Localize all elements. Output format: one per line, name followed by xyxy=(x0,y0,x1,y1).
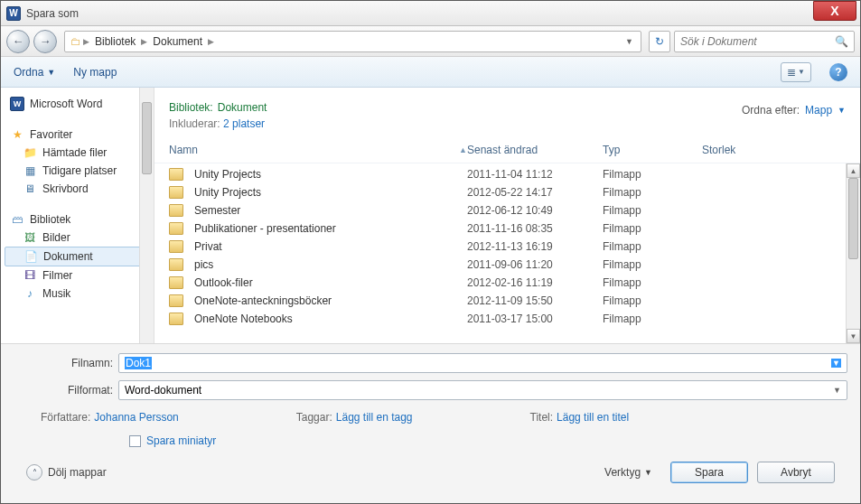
chevron-down-icon: ▼ xyxy=(644,468,652,477)
file-date: 2012-11-09 15:50 xyxy=(467,294,603,307)
file-rows: Unity Projects2011-11-04 11:12FilmappUni… xyxy=(154,163,860,330)
scroll-down-button[interactable]: ▼ xyxy=(847,329,860,343)
file-type: Filmapp xyxy=(603,222,702,235)
breadcrumb-dropdown[interactable]: ▼ xyxy=(622,37,637,46)
tree-favorites[interactable]: ★ Favoriter xyxy=(1,126,154,144)
file-name: OneNote Notebooks xyxy=(194,313,293,325)
music-icon: ♪ xyxy=(23,286,37,301)
cancel-button[interactable]: Avbryt xyxy=(757,462,835,483)
format-label: Filformat: xyxy=(14,384,113,397)
videos-icon: 🎞 xyxy=(23,268,37,283)
filename-label: Filnamn: xyxy=(14,357,113,369)
folder-icon xyxy=(169,204,183,217)
folder-icon xyxy=(169,186,183,199)
file-row[interactable]: Privat2012-11-13 16:19Filmapp xyxy=(169,238,846,256)
tree-pictures[interactable]: 🖼Bilder xyxy=(1,229,154,247)
save-button[interactable]: Spara xyxy=(670,462,748,483)
folder-icon: 📁 xyxy=(23,145,37,160)
close-button[interactable]: X xyxy=(813,1,856,21)
chevron-right-icon: ▶ xyxy=(83,37,89,46)
tree-videos[interactable]: 🎞Filmer xyxy=(1,266,154,285)
file-date: 2011-09-06 11:20 xyxy=(467,258,603,271)
file-row[interactable]: Unity Projects2011-11-04 11:12Filmapp xyxy=(169,165,846,183)
file-row[interactable]: OneNote Notebooks2011-03-17 15:00Filmapp xyxy=(169,310,846,328)
chevron-down-icon: ▼ xyxy=(798,68,805,76)
tree-music[interactable]: ♪Musik xyxy=(1,285,154,303)
file-list-pane: Bibliotek: Dokument Inkluderar: 2 platse… xyxy=(154,88,860,343)
tree-downloads[interactable]: 📁Hämtade filer xyxy=(1,144,154,162)
file-row[interactable]: Semester2012-06-12 10:49Filmapp xyxy=(169,201,846,219)
sidebar-scrollbar[interactable] xyxy=(139,88,154,343)
file-name: Semester xyxy=(194,204,240,217)
col-name[interactable]: Namn ▲ xyxy=(169,141,467,159)
file-row[interactable]: Unity Projects2012-05-22 14:17Filmapp xyxy=(169,183,846,201)
scroll-thumb[interactable] xyxy=(142,102,152,174)
col-date[interactable]: Senast ändrad xyxy=(467,141,603,159)
file-type: Filmapp xyxy=(603,204,702,217)
help-button[interactable]: ? xyxy=(829,63,847,81)
file-name: Publikationer - presentationer xyxy=(194,222,336,235)
chevron-down-icon[interactable]: ▼ xyxy=(833,386,841,395)
filename-input[interactable]: Dok1 ▼ xyxy=(118,353,847,373)
window-title: Spara som xyxy=(26,7,813,20)
author-value[interactable]: Johanna Persson xyxy=(94,411,178,424)
tree-libraries[interactable]: 🗃 Bibliotek xyxy=(1,210,154,229)
metadata-row: Författare:Johanna Persson Taggar:Lägg t… xyxy=(14,407,847,427)
dialog-body: W Microsoft Word ★ Favoriter 📁Hämtade fi… xyxy=(1,88,860,343)
tags-value[interactable]: Lägg till en tagg xyxy=(336,411,413,424)
new-folder-button[interactable]: Ny mapp xyxy=(73,66,117,79)
includes-link[interactable]: 2 platser xyxy=(223,117,265,130)
hide-folders-button[interactable]: ˄ Dölj mappar xyxy=(26,464,107,481)
folder-icon xyxy=(169,276,183,289)
file-scrollbar[interactable]: ▲ ▼ xyxy=(846,163,860,343)
file-type: Filmapp xyxy=(603,240,702,253)
word-app-icon: W xyxy=(6,6,21,21)
tree-word[interactable]: W Microsoft Word xyxy=(1,95,154,113)
crumb-bibliotek[interactable]: Bibliotek xyxy=(89,35,141,48)
back-button[interactable]: ← xyxy=(6,30,30,53)
save-thumbnail-label: Spara miniatyr xyxy=(146,434,216,447)
view-icon: ≣ xyxy=(787,66,796,79)
save-thumbnail-checkbox[interactable] xyxy=(129,435,141,447)
tree-recent[interactable]: ▦Tidigare platser xyxy=(1,162,154,180)
dialog-footer: ˄ Dölj mappar Verktyg ▼ Spara Avbryt xyxy=(14,454,847,494)
sort-by[interactable]: Ordna efter: Mapp ▼ xyxy=(742,97,846,117)
tools-menu[interactable]: Verktyg ▼ xyxy=(604,466,652,479)
view-mode-button[interactable]: ≣ ▼ xyxy=(781,62,811,82)
save-as-dialog: W Spara som X ← → 🗀 ▶ Bibliotek ▶ Dokume… xyxy=(0,0,861,504)
file-date: 2012-05-22 14:17 xyxy=(467,186,603,199)
col-size[interactable]: Storlek xyxy=(702,141,774,159)
author-label: Författare: xyxy=(41,411,90,424)
refresh-button[interactable]: ↻ xyxy=(649,31,670,52)
library-icon: 🗃 xyxy=(10,212,24,227)
file-date: 2011-11-16 08:35 xyxy=(467,222,603,235)
folder-icon xyxy=(169,258,183,271)
search-input[interactable] xyxy=(680,35,835,48)
title-bar: W Spara som X xyxy=(1,1,860,26)
file-row[interactable]: pics2011-09-06 11:20Filmapp xyxy=(169,256,846,274)
library-includes: Inkluderar: 2 platser xyxy=(169,117,742,130)
col-type[interactable]: Typ xyxy=(603,141,702,159)
breadcrumb[interactable]: 🗀 ▶ Bibliotek ▶ Dokument ▶ ▼ xyxy=(64,31,641,52)
chevron-down-icon: ▼ xyxy=(47,68,55,77)
file-name: OneNote-anteckningsböcker xyxy=(194,294,332,307)
tree-desktop[interactable]: 🖥Skrivbord xyxy=(1,180,154,198)
folder-icon xyxy=(169,294,183,307)
crumb-dokument[interactable]: Dokument xyxy=(147,35,208,48)
file-row[interactable]: Outlook-filer2012-02-16 11:19Filmapp xyxy=(169,274,846,292)
file-date: 2012-02-16 11:19 xyxy=(467,276,603,289)
file-row[interactable]: Publikationer - presentationer2011-11-16… xyxy=(169,219,846,238)
format-select[interactable]: Word-dokument ▼ xyxy=(118,380,847,400)
scroll-up-button[interactable]: ▲ xyxy=(847,163,860,178)
scroll-thumb[interactable] xyxy=(848,178,858,259)
file-type: Filmapp xyxy=(603,276,702,289)
folder-icon: 🗀 xyxy=(69,34,83,49)
chevron-down-icon[interactable]: ▼ xyxy=(831,359,841,368)
search-box[interactable]: 🔍 xyxy=(674,31,855,52)
title-value[interactable]: Lägg till en titel xyxy=(557,411,629,424)
tree-documents[interactable]: 📄Dokument xyxy=(5,247,150,266)
forward-button[interactable]: → xyxy=(33,30,57,53)
organize-menu[interactable]: Ordna ▼ xyxy=(14,66,55,79)
recent-icon: ▦ xyxy=(23,163,37,178)
file-row[interactable]: OneNote-anteckningsböcker2012-11-09 15:5… xyxy=(169,292,846,310)
